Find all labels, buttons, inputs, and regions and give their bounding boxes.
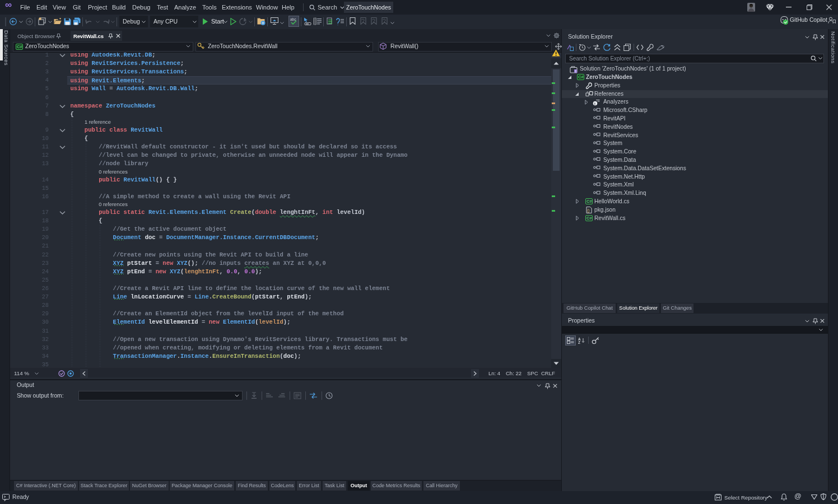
- svg-text:i: i: [594, 101, 595, 105]
- svg-text:C#: C#: [17, 44, 22, 49]
- svg-text:abc: abc: [290, 17, 296, 21]
- svg-text:{}: {}: [587, 208, 590, 213]
- svg-text:Z: Z: [578, 340, 580, 344]
- svg-text:C#: C#: [586, 216, 592, 221]
- svg-text:C#: C#: [586, 199, 592, 204]
- svg-text:C#: C#: [578, 75, 584, 80]
